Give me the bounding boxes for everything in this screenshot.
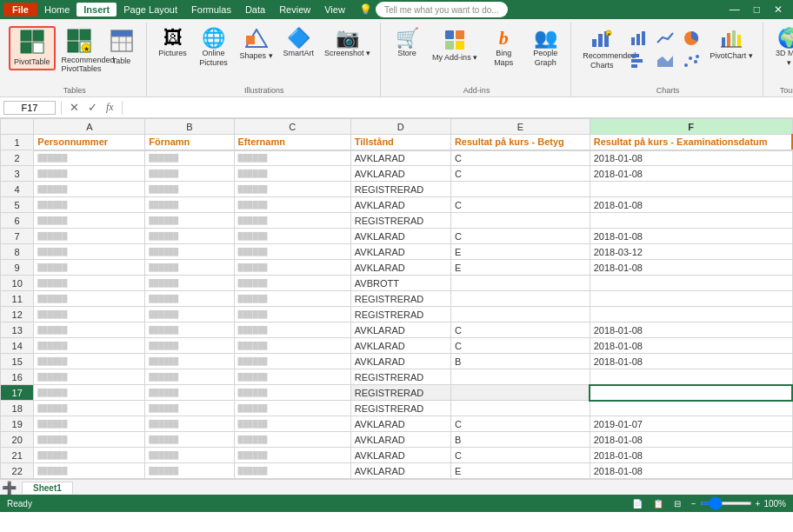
- row-header-5[interactable]: 5: [1, 197, 34, 213]
- cell-D12[interactable]: REGISTRERAD: [350, 307, 450, 323]
- cell-B2[interactable]: ██████: [145, 150, 234, 166]
- sheet-tab-sheet1[interactable]: Sheet1: [22, 482, 73, 494]
- name-box[interactable]: [3, 101, 56, 115]
- store-button[interactable]: 🛒 Store: [388, 26, 426, 61]
- cell-C19[interactable]: ██████: [234, 416, 350, 432]
- row-header-21[interactable]: 21: [1, 448, 34, 463]
- cell-A16[interactable]: ██████: [34, 369, 145, 385]
- confirm-icon[interactable]: ✓: [85, 101, 100, 114]
- cell-E22[interactable]: E: [450, 463, 590, 479]
- cell-E18[interactable]: [450, 401, 590, 416]
- header-fornamn[interactable]: Förnamn: [145, 135, 234, 150]
- row-header-17[interactable]: 17: [1, 385, 34, 401]
- col-header-A[interactable]: A: [34, 119, 145, 135]
- insert-menu[interactable]: Insert: [77, 3, 117, 17]
- cell-D10[interactable]: AVBROTT: [350, 276, 450, 291]
- cell-C21[interactable]: ██████: [234, 448, 350, 463]
- cell-C3[interactable]: ██████: [234, 166, 350, 182]
- cell-B21[interactable]: ██████: [145, 448, 234, 463]
- page-break-view-icon[interactable]: ⊟: [674, 499, 681, 509]
- cell-F10[interactable]: [590, 276, 792, 291]
- cell-D3[interactable]: AVKLARAD: [350, 166, 450, 182]
- cell-A8[interactable]: ██████: [34, 244, 145, 260]
- zoom-in-button[interactable]: +: [756, 499, 761, 509]
- cell-E7[interactable]: C: [450, 229, 590, 244]
- cell-F5[interactable]: 2018-01-08: [590, 197, 792, 213]
- cancel-icon[interactable]: ✕: [67, 101, 82, 114]
- cell-F13[interactable]: 2018-01-08: [590, 323, 792, 338]
- header-personnummer[interactable]: Personnummer: [34, 135, 145, 150]
- cell-E8[interactable]: E: [450, 244, 590, 260]
- review-menu[interactable]: Review: [272, 3, 317, 17]
- cell-C8[interactable]: ██████: [234, 244, 350, 260]
- cell-D22[interactable]: AVKLARAD: [350, 463, 450, 479]
- header-examinationsdatum[interactable]: Resultat på kurs - Examinationsdatum: [590, 135, 792, 150]
- cell-C12[interactable]: ██████: [234, 307, 350, 323]
- cell-E9[interactable]: E: [450, 260, 590, 276]
- cell-B10[interactable]: ██████: [145, 276, 234, 291]
- bing-maps-button[interactable]: b Bing Maps: [483, 26, 523, 70]
- cell-B22[interactable]: ██████: [145, 463, 234, 479]
- cell-C7[interactable]: ██████: [234, 229, 350, 244]
- pie-chart-button[interactable]: [679, 28, 703, 49]
- cell-B13[interactable]: ██████: [145, 323, 234, 338]
- cell-B17[interactable]: ██████: [145, 385, 234, 401]
- cell-C16[interactable]: ██████: [234, 369, 350, 385]
- cell-A19[interactable]: ██████: [34, 416, 145, 432]
- cell-A15[interactable]: ██████: [34, 354, 145, 369]
- row-header-19[interactable]: 19: [1, 416, 34, 432]
- data-menu[interactable]: Data: [238, 3, 272, 17]
- cell-D7[interactable]: AVKLARAD: [350, 229, 450, 244]
- cell-E21[interactable]: C: [450, 448, 590, 463]
- col-header-C[interactable]: C: [234, 119, 350, 135]
- cell-C6[interactable]: ██████: [234, 213, 350, 229]
- function-icon[interactable]: fx: [103, 101, 117, 114]
- cell-A9[interactable]: ██████: [34, 260, 145, 276]
- recommended-charts-button[interactable]: ★ Recommended Charts: [578, 26, 625, 73]
- cell-D15[interactable]: AVKLARAD: [350, 354, 450, 369]
- cell-B15[interactable]: ██████: [145, 354, 234, 369]
- cell-E16[interactable]: [450, 369, 590, 385]
- cell-E13[interactable]: C: [450, 323, 590, 338]
- col-header-E[interactable]: E: [450, 119, 590, 135]
- cell-F14[interactable]: 2018-01-08: [590, 338, 792, 354]
- cell-D21[interactable]: AVKLARAD: [350, 448, 450, 463]
- cell-E10[interactable]: [450, 276, 590, 291]
- view-menu[interactable]: View: [317, 3, 352, 17]
- row-header-16[interactable]: 16: [1, 369, 34, 385]
- cell-B4[interactable]: ██████: [145, 182, 234, 197]
- 3d-map-button[interactable]: 🌍 3D Map ▾: [770, 26, 793, 70]
- cell-F17[interactable]: [590, 385, 792, 401]
- cell-B16[interactable]: ██████: [145, 369, 234, 385]
- cell-A17[interactable]: ██████: [34, 385, 145, 401]
- cell-A14[interactable]: ██████: [34, 338, 145, 354]
- cell-A22[interactable]: ██████: [34, 463, 145, 479]
- cell-C20[interactable]: ██████: [234, 432, 350, 448]
- cell-A20[interactable]: ██████: [34, 432, 145, 448]
- row-header-22[interactable]: 22: [1, 463, 34, 479]
- cell-C22[interactable]: ██████: [234, 463, 350, 479]
- cell-A5[interactable]: ██████: [34, 197, 145, 213]
- cell-B3[interactable]: ██████: [145, 166, 234, 182]
- home-menu[interactable]: Home: [37, 3, 77, 17]
- cell-E4[interactable]: [450, 182, 590, 197]
- cell-F11[interactable]: [590, 291, 792, 307]
- cell-E12[interactable]: [450, 307, 590, 323]
- col-header-D[interactable]: D: [350, 119, 450, 135]
- cell-E6[interactable]: [450, 213, 590, 229]
- cell-D16[interactable]: REGISTRERAD: [350, 369, 450, 385]
- cell-A13[interactable]: ██████: [34, 323, 145, 338]
- recommended-pivottables-button[interactable]: ★ Recommended PivotTables: [57, 26, 101, 76]
- row-header-12[interactable]: 12: [1, 307, 34, 323]
- cell-C17[interactable]: ██████: [234, 385, 350, 401]
- screenshot-button[interactable]: 📷 Screenshot ▾: [320, 26, 375, 61]
- row-header-8[interactable]: 8: [1, 244, 34, 260]
- cell-D19[interactable]: AVKLARAD: [350, 416, 450, 432]
- cell-A21[interactable]: ██████: [34, 448, 145, 463]
- cell-C14[interactable]: ██████: [234, 338, 350, 354]
- people-graph-button[interactable]: 👥 People Graph: [525, 26, 565, 70]
- row-header-6[interactable]: 6: [1, 213, 34, 229]
- cell-D8[interactable]: AVKLARAD: [350, 244, 450, 260]
- pivot-chart-button[interactable]: PivotChart ▾: [705, 26, 757, 63]
- window-minimize[interactable]: —: [723, 3, 747, 16]
